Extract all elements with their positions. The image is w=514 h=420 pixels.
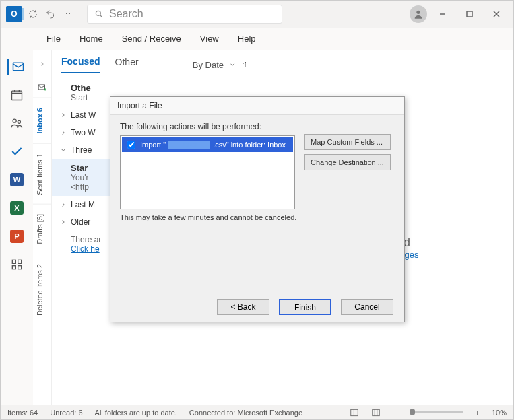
change-destination-button[interactable]: Change Destination ... [304, 154, 391, 170]
redacted-filename: xxxx [168, 141, 210, 149]
action-checkbox[interactable] [127, 141, 135, 149]
back-button[interactable]: < Back [217, 299, 269, 315]
action-row-selected[interactable]: Import " xxxx .csv" into folder: Inbox [122, 137, 293, 152]
action-text-suffix: .csv" into folder: Inbox [213, 141, 286, 149]
action-text-prefix: Import " [140, 141, 166, 149]
dialog-instruction: The following actions will be performed: [120, 122, 395, 131]
dialog-actions: < Back Finish Cancel [110, 292, 404, 322]
dialog-note: This may take a few minutes and cannot b… [120, 213, 395, 221]
actions-listbox[interactable]: Import " xxxx .csv" into folder: Inbox [120, 135, 295, 209]
import-file-dialog: Import a File The following actions will… [110, 96, 405, 322]
outlook-window: O Search File Home Send / Receive View H… [0, 0, 514, 420]
dialog-title: Import a File [110, 97, 404, 115]
map-custom-fields-button[interactable]: Map Custom Fields ... [304, 134, 391, 150]
cancel-button[interactable]: Cancel [341, 299, 393, 315]
finish-button[interactable]: Finish [279, 299, 331, 315]
modal-overlay: Import a File The following actions will… [1, 1, 513, 419]
